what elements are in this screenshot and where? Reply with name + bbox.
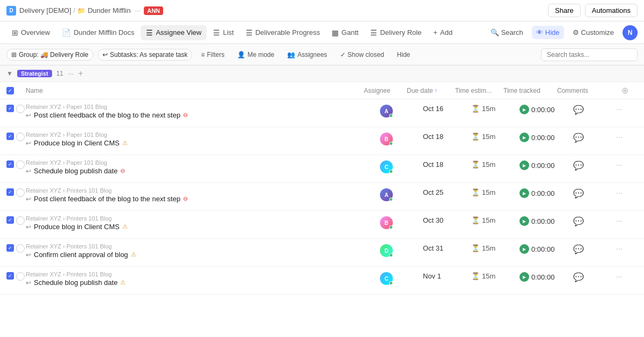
tracked-play-4[interactable]: ▶ <box>519 188 529 198</box>
status-circle-2[interactable] <box>16 133 25 141</box>
tab-add[interactable]: + Add <box>428 25 458 40</box>
tracked-play-5[interactable]: ▶ <box>519 216 529 226</box>
project-name[interactable]: Delivery [DEMO] <box>19 6 71 14</box>
task-title-3[interactable]: ↩ Schedule blog publish date ⊖ <box>26 167 376 175</box>
task-title-6[interactable]: ↩ Confirm client approval of blog ⚠ <box>26 251 376 259</box>
row-assignee-7: C <box>380 271 423 285</box>
filters-button[interactable]: ≡ Filters <box>196 49 229 60</box>
nav-tabs: ⊞ Overview 📄 Dunder Mifflin Docs ☰ Assig… <box>0 21 644 44</box>
row-checkbox-1[interactable]: ✓ <box>6 105 14 112</box>
task-title-2[interactable]: ↩ Produce blog in Client CMS ⚠ <box>26 139 376 147</box>
row-checkbox-6[interactable]: ✓ <box>6 244 14 252</box>
subtasks-chip-label: Subtasks: As separate task <box>110 51 188 58</box>
row-dot-menu-4[interactable]: ··· <box>616 188 623 197</box>
row-checkbox-2[interactable]: ✓ <box>6 133 14 140</box>
filter-bar: ⊞ Group: 🚚 Delivery Role ↩ Subtasks: As … <box>0 44 644 65</box>
subtasks-filter-chip[interactable]: ↩ Subtasks: As separate task <box>98 49 193 61</box>
tracked-label: Time tracked <box>503 87 540 94</box>
search-tasks-input[interactable] <box>541 48 638 61</box>
row-dot-menu-1[interactable]: ··· <box>616 105 623 113</box>
group-add-button[interactable]: + <box>78 69 83 78</box>
tracked-play-2[interactable]: ▶ <box>519 133 529 142</box>
tab-gantt[interactable]: ▦ Gantt <box>326 25 364 40</box>
breadcrumb-4: Retainer XYZ › Printers 101 Blog <box>26 187 376 194</box>
tracked-play-6[interactable]: ▶ <box>519 244 529 254</box>
comment-icon-4[interactable]: 💬 <box>573 188 584 199</box>
col-due-header[interactable]: Due date ↑ <box>407 87 455 94</box>
tab-deliverable-progress[interactable]: ☰ Deliverable Progress <box>240 25 326 40</box>
docs-icon: 📄 <box>62 28 71 37</box>
share-button[interactable]: Share <box>548 4 581 17</box>
breadcrumb-7: Retainer XYZ › Printers 101 Blog <box>26 271 376 277</box>
automations-button[interactable]: Automations <box>585 4 638 17</box>
col-name-header: Name <box>26 87 364 94</box>
workspace-ellipsis[interactable]: ··· <box>135 6 141 14</box>
show-closed-button[interactable]: ✓ Show closed <box>336 49 389 60</box>
assignee-view-icon: ☰ <box>146 28 153 37</box>
add-column-button[interactable]: ⊕ <box>621 85 638 96</box>
row-dot-menu-5[interactable]: ··· <box>616 216 623 225</box>
tracked-play-7[interactable]: ▶ <box>519 272 529 282</box>
task-title-5[interactable]: ↩ Produce blog in Client CMS ⚠ <box>26 223 376 231</box>
group-filter-chip[interactable]: ⊞ Group: 🚚 Delivery Role <box>6 49 93 61</box>
subtask-icon-7: ↩ <box>26 279 31 287</box>
status-circle-7[interactable] <box>16 272 25 281</box>
status-circle-3[interactable] <box>16 160 25 169</box>
row-checkbox-7[interactable]: ✓ <box>6 272 14 280</box>
tab-overview[interactable]: ⊞ Overview <box>6 25 55 40</box>
row-comments-7: 💬 <box>573 271 616 282</box>
row-dot-menu-7[interactable]: ··· <box>616 272 623 281</box>
me-mode-button[interactable]: 👤 Me mode <box>233 49 279 60</box>
tab-assignee-view[interactable]: ☰ Assignee View <box>141 25 207 40</box>
tab-delivery-role[interactable]: ☰ Delivery Role <box>365 25 427 40</box>
app-icon: D <box>6 6 16 16</box>
status-circle-1[interactable] <box>16 105 25 113</box>
task-title-4[interactable]: ↩ Post client feedback of the blog to th… <box>26 195 376 203</box>
comment-icon-3[interactable]: 💬 <box>573 160 584 171</box>
row-checkbox-5[interactable]: ✓ <box>6 216 14 224</box>
row-dot-menu-3[interactable]: ··· <box>616 160 623 169</box>
delivery-role-icon: ☰ <box>370 28 377 37</box>
tab-docs[interactable]: 📄 Dunder Mifflin Docs <box>56 25 140 40</box>
row-estimate-7: ⏳ 15m <box>471 271 519 280</box>
task-title-7[interactable]: ↩ Schedule blog publish date ⚠ <box>26 279 376 287</box>
customize-button[interactable]: ⚙ Customize <box>568 26 618 39</box>
tracked-play-3[interactable]: ▶ <box>519 160 529 170</box>
hourglass-icon-3: ⏳ <box>471 160 480 169</box>
comment-icon-2[interactable]: 💬 <box>573 133 584 143</box>
row-tracked-2: ▶ 0:00:00 <box>519 131 573 142</box>
comment-icon-5[interactable]: 💬 <box>573 216 584 226</box>
breadcrumb: Delivery [DEMO] / 📁 Dunder Mifflin ··· <box>19 6 141 14</box>
assignees-button[interactable]: 👥 Assignees <box>283 49 331 60</box>
hide-button[interactable]: 👁 Hide <box>532 26 564 39</box>
row-actions-5: ··· <box>616 215 638 225</box>
row-checkbox-3[interactable]: ✓ <box>6 160 14 168</box>
comment-icon-1[interactable]: 💬 <box>573 105 584 115</box>
comment-icon-6[interactable]: 💬 <box>573 244 584 254</box>
tracked-play-1[interactable]: ▶ <box>519 105 529 114</box>
group-header: ▼ Strategist 11 ··· + <box>0 65 644 82</box>
search-button[interactable]: 🔍 Search <box>486 26 528 39</box>
tab-list[interactable]: ☰ List <box>208 25 239 40</box>
status-circle-4[interactable] <box>16 188 25 197</box>
row-checkbox-4[interactable]: ✓ <box>6 188 14 196</box>
status-circle-5[interactable] <box>16 216 25 225</box>
group-chip-icon: ⊞ <box>11 51 17 58</box>
user-avatar[interactable]: N <box>623 25 638 40</box>
group-dot-menu[interactable]: ··· <box>68 69 74 78</box>
comment-icon-7[interactable]: 💬 <box>573 272 584 282</box>
status-circle-6[interactable] <box>16 244 25 253</box>
hide-filter-button[interactable]: Hide <box>393 49 415 60</box>
row-dot-menu-2[interactable]: ··· <box>616 133 623 141</box>
group-collapse-icon[interactable]: ▼ <box>6 70 13 77</box>
row-assignee-1: A <box>380 104 423 118</box>
breadcrumb-1: Retainer XYZ › Paper 101 Blog <box>26 104 376 110</box>
select-all-checkbox[interactable]: ✓ <box>6 87 14 94</box>
row-comments-2: 💬 <box>573 131 616 143</box>
task-title-1[interactable]: ↩ Post client feedback of the blog to th… <box>26 111 376 119</box>
row-dot-menu-6[interactable]: ··· <box>616 244 623 253</box>
add-col-icon: ⊕ <box>621 85 628 96</box>
task-name-2: Retainer XYZ › Paper 101 Blog ↩ Produce … <box>26 131 380 147</box>
workspace-name[interactable]: Dunder Mifflin <box>87 6 130 14</box>
table-container: ✓ Name Assignee Due date ↑ Time estim...… <box>0 82 644 336</box>
